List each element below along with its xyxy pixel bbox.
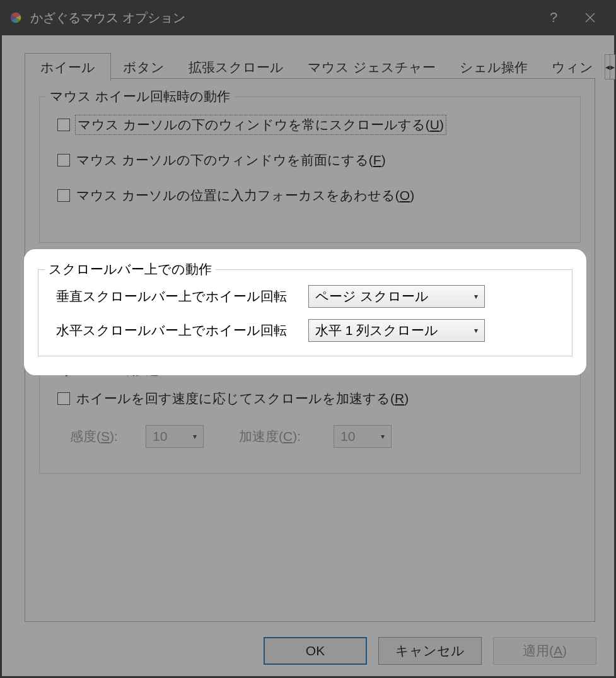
- select-value: ページ スクロール: [315, 288, 429, 305]
- close-button[interactable]: [572, 0, 608, 35]
- checkbox-accelerate-scroll[interactable]: ホイールを回す速度に応じてスクロールを加速する(R): [57, 390, 409, 407]
- tab-label: 拡張スクロール: [189, 59, 284, 76]
- select-value: 10: [340, 429, 355, 444]
- checkbox-scroll-under-cursor[interactable]: マウス カーソルの下のウィンドウを常にスクロールする(U): [57, 116, 445, 134]
- select-acceleration: 10 ▾: [334, 425, 392, 448]
- tab-label: ホイール: [40, 59, 95, 76]
- tab-label: ウィン: [552, 59, 593, 76]
- checkbox-label: マウス カーソルの下のウィンドウを前面にする(F): [76, 151, 386, 169]
- close-icon: [585, 13, 595, 23]
- tab-label: シェル操作: [460, 59, 528, 76]
- dialog-buttons: OK キャンセル 適用(A): [264, 637, 596, 665]
- tab-label: マウス ジェスチャー: [308, 59, 436, 76]
- sensitivity-label: 感度(S):: [70, 428, 146, 445]
- select-vertical-scroll[interactable]: ページ スクロール ▾: [308, 285, 485, 308]
- checkbox-icon: [57, 189, 70, 202]
- tab-window[interactable]: ウィン: [540, 54, 605, 79]
- checkbox-label: マウス カーソルの下のウィンドウを常にスクロールする(U): [76, 116, 445, 134]
- ok-button[interactable]: OK: [264, 637, 367, 665]
- checkbox-icon: [57, 119, 70, 131]
- button-label: 適用(A): [523, 642, 567, 660]
- button-label: OK: [306, 643, 325, 658]
- window-title: かざぐるマウス オプション: [30, 9, 185, 26]
- titlebar: かざぐるマウス オプション ?: [0, 0, 616, 35]
- checkbox-label: ホイールを回す速度に応じてスクロールを加速する(R): [76, 390, 409, 407]
- acceleration-label: 加速度(C):: [239, 428, 334, 445]
- chevron-down-icon: ▾: [474, 326, 478, 335]
- checkbox-icon: [57, 392, 70, 405]
- chevron-down-icon: ▾: [193, 432, 197, 441]
- help-button[interactable]: ?: [535, 9, 572, 26]
- tab-label: ボタン: [123, 59, 165, 76]
- select-horizontal-scroll[interactable]: 水平 1 列スクロール ▾: [308, 319, 485, 342]
- checkbox-label: マウス カーソルの位置に入力フォーカスをあわせる(O): [76, 187, 414, 204]
- select-value: 10: [153, 429, 167, 444]
- checkbox-bring-to-front[interactable]: マウス カーソルの下のウィンドウを前面にする(F): [57, 151, 386, 169]
- cancel-button[interactable]: キャンセル: [378, 637, 482, 665]
- tab-wheel[interactable]: ホイール: [25, 53, 111, 81]
- field-label: 水平スクロールバー上でホイール回転: [56, 322, 308, 339]
- select-value: 水平 1 列スクロール: [315, 322, 438, 339]
- group-legend: スクロールバー上での動作: [45, 260, 216, 278]
- tab-ext-scroll[interactable]: 拡張スクロール: [177, 54, 296, 79]
- chevron-down-icon: ▾: [474, 292, 478, 301]
- group-scroll-acceleration: スクロールの加速 ホイールを回す速度に応じてスクロールを加速する(R) 感度(S…: [39, 370, 581, 474]
- tab-scroll-right[interactable]: ▸: [610, 54, 615, 79]
- apply-button: 適用(A): [493, 637, 596, 665]
- tab-strip: ホイール ボタン 拡張スクロール マウス ジェスチャー シェル操作 ウィン ◂ …: [25, 53, 595, 79]
- row-acceleration-params: 感度(S): 10 ▾ 加速度(C): 10 ▾: [70, 425, 562, 448]
- chevron-right-icon: ▸: [610, 62, 615, 72]
- group-legend: マウス ホイール回転時の動作: [46, 88, 234, 105]
- checkbox-icon: [57, 154, 70, 167]
- tab-shell[interactable]: シェル操作: [448, 54, 540, 79]
- button-label: キャンセル: [395, 642, 465, 660]
- select-sensitivity: 10 ▾: [146, 425, 204, 448]
- chevron-left-icon: ◂: [605, 62, 610, 72]
- tab-gesture[interactable]: マウス ジェスチャー: [296, 54, 448, 79]
- group-wheel-behavior: マウス ホイール回転時の動作 マウス カーソルの下のウィンドウを常にスクロールす…: [39, 96, 581, 243]
- checkbox-focus-under-cursor[interactable]: マウス カーソルの位置に入力フォーカスをあわせる(O): [57, 187, 414, 204]
- tab-button[interactable]: ボタン: [111, 54, 177, 79]
- field-label: 垂直スクロールバー上でホイール回転: [56, 288, 308, 305]
- highlight-region: スクロールバー上での動作 垂直スクロールバー上でホイール回転 ページ スクロール…: [24, 249, 586, 375]
- app-icon: [9, 11, 23, 25]
- chevron-down-icon: ▾: [381, 432, 385, 441]
